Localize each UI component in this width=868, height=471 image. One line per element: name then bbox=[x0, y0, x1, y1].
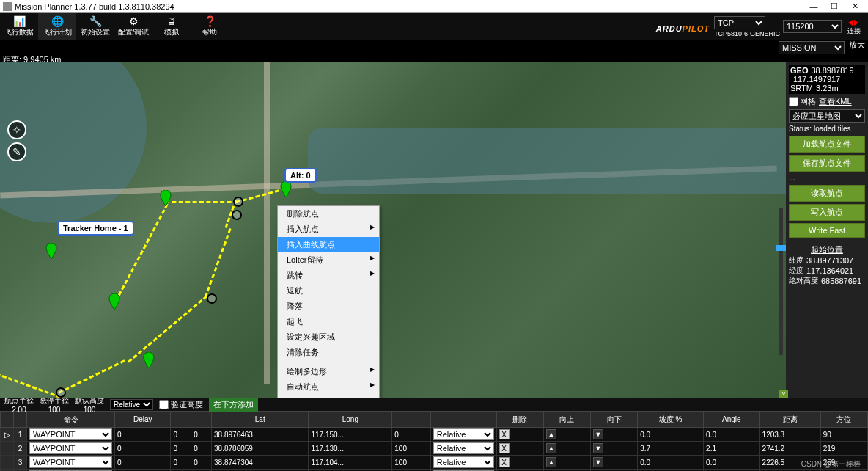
table-row[interactable]: 2WAYPOINT00038.8786059117.130...100Relat… bbox=[1, 442, 868, 456]
frame-cell-select[interactable]: Relative bbox=[433, 442, 494, 454]
monitor-icon: 🖥 bbox=[166, 15, 177, 27]
compass-icon[interactable]: ✧ bbox=[7, 120, 26, 139]
menu-polygon[interactable]: 绘制多边形 bbox=[278, 364, 379, 379]
delete-row-icon[interactable]: X bbox=[499, 443, 510, 453]
srtm-alt: 3.23m bbox=[816, 84, 839, 92]
cross-marker[interactable] bbox=[56, 387, 66, 398]
view-kml-link[interactable]: 查看KML bbox=[819, 96, 852, 107]
frame-cell-select[interactable]: Relative bbox=[433, 456, 494, 468]
read-wp-button[interactable]: 读取航点 bbox=[789, 185, 865, 202]
delete-row-icon[interactable]: X bbox=[499, 457, 510, 467]
map-provider-select[interactable]: 必应卫星地图 bbox=[789, 109, 865, 123]
help-button[interactable]: ❓帮助 bbox=[191, 13, 229, 40]
globe-icon: 🌐 bbox=[51, 15, 64, 27]
menu-loiter[interactable]: Loiter留待 bbox=[278, 252, 379, 268]
waypoint-marker[interactable] bbox=[280, 181, 292, 197]
menu-jump[interactable]: 跳转 bbox=[278, 268, 379, 283]
flight-data-button[interactable]: 📊飞行数据 bbox=[0, 13, 38, 40]
baud-select[interactable]: 115200 bbox=[783, 20, 842, 33]
write-fast-button[interactable]: Write Fast bbox=[789, 223, 865, 238]
move-down-icon[interactable]: ▼ bbox=[593, 429, 603, 439]
col-p2 bbox=[171, 412, 191, 428]
dots-label: ... bbox=[789, 174, 865, 183]
col-az: 方位 bbox=[820, 412, 867, 428]
verify-alt-checkbox[interactable]: 验证高度 bbox=[159, 399, 203, 410]
watermark: CSDN @第一棒棒 bbox=[801, 459, 861, 470]
load-wp-button[interactable]: 加载航点文件 bbox=[789, 136, 865, 153]
col-alt bbox=[392, 412, 430, 428]
protocol-select[interactable]: TCP bbox=[714, 16, 765, 29]
move-up-icon[interactable]: ▲ bbox=[546, 443, 556, 453]
cross-marker[interactable] bbox=[207, 293, 217, 304]
context-menu: 删除航点 插入航点 插入曲线航点 Loiter留待 跳转 返航 降落 起飞 设定… bbox=[277, 205, 380, 398]
col-lon: Long bbox=[309, 412, 392, 428]
zoom-label: 放大 bbox=[849, 41, 865, 48]
connection-panel: TCP TCP5810-6-GENERIC 115200 连接 bbox=[710, 16, 868, 37]
grid-checkbox[interactable]: 网格 bbox=[789, 96, 816, 107]
ruler-icon[interactable]: ✎ bbox=[7, 142, 26, 161]
write-wp-button[interactable]: 写入航点 bbox=[789, 204, 865, 221]
gear-icon: ⚙ bbox=[129, 15, 139, 27]
waypoint-marker[interactable] bbox=[160, 190, 172, 206]
cmd-select[interactable]: WAYPOINT bbox=[29, 442, 112, 454]
wp-radius-value[interactable]: 2.00 bbox=[12, 406, 26, 414]
flight-plan-button[interactable]: 🌐飞行计划 bbox=[38, 13, 76, 40]
lat-label: 纬度 bbox=[789, 255, 803, 266]
menu-delete-wp[interactable]: 删除航点 bbox=[278, 206, 379, 222]
start-lat: 38.89771307 bbox=[806, 256, 853, 265]
map-view[interactable]: Alt: 0 Tracker Home - 1 ✧ ✎ 删除航点 插入航点 插入… bbox=[0, 62, 786, 398]
simulation-button[interactable]: 🖥模拟 bbox=[152, 13, 191, 40]
config-button[interactable]: ⚙配置/调试 bbox=[114, 13, 152, 40]
table-row[interactable]: ▷1WAYPOINT00038.8976463117.150...0Relati… bbox=[1, 428, 868, 442]
frame-select[interactable]: Relative bbox=[110, 399, 153, 410]
waypoint-marker[interactable] bbox=[143, 352, 155, 368]
start-lon: 117.1364021 bbox=[806, 266, 853, 275]
window-title: Mission Planner 1.3.77 build 1.3.8110.38… bbox=[15, 2, 803, 11]
col-up: 向上 bbox=[543, 412, 590, 428]
cross-marker[interactable] bbox=[232, 210, 242, 220]
loiter-radius-value[interactable]: 100 bbox=[48, 406, 61, 414]
initial-setup-button[interactable]: 🔧初始设置 bbox=[76, 13, 114, 40]
waypoint-settings-bar: 航点半径2.00 悬停半径100 默认高度100 Relative 验证高度 在… bbox=[0, 398, 868, 411]
col-delay: Delay bbox=[115, 412, 171, 428]
minimize-button[interactable]: — bbox=[803, 1, 824, 12]
cmd-select[interactable]: WAYPOINT bbox=[29, 456, 112, 468]
menu-roi[interactable]: 设定兴趣区域 bbox=[278, 329, 379, 345]
menu-land[interactable]: 降落 bbox=[278, 299, 379, 314]
move-down-icon[interactable]: ▼ bbox=[593, 443, 603, 453]
default-alt-value[interactable]: 100 bbox=[84, 406, 96, 414]
col-lat: Lat bbox=[212, 412, 309, 428]
map-tool-buttons: ✧ ✎ bbox=[7, 120, 26, 161]
waypoint-marker[interactable] bbox=[45, 243, 57, 259]
waypoint-marker[interactable] bbox=[108, 293, 120, 310]
cmd-select[interactable]: WAYPOINT bbox=[29, 428, 112, 440]
mission-select[interactable]: MISSION bbox=[779, 41, 845, 54]
menu-rtl[interactable]: 返航 bbox=[278, 283, 379, 299]
slider-v-button[interactable]: v bbox=[779, 390, 788, 398]
col-del: 删除 bbox=[496, 412, 543, 428]
move-down-icon[interactable]: ▼ bbox=[593, 457, 603, 467]
menu-insert-curve[interactable]: 插入曲线航点 bbox=[278, 237, 379, 252]
help-icon: ❓ bbox=[204, 15, 216, 27]
cross-marker[interactable] bbox=[233, 197, 243, 207]
right-panel: v GEO38.8987819 117.1497917 SRTM3.23m 网格… bbox=[786, 62, 868, 398]
zoom-slider[interactable] bbox=[779, 208, 783, 355]
move-up-icon[interactable]: ▲ bbox=[546, 457, 556, 467]
move-up-icon[interactable]: ▲ bbox=[546, 429, 556, 439]
menu-maptool[interactable]: 地图工具 bbox=[278, 395, 379, 398]
delete-row-icon[interactable]: X bbox=[499, 429, 510, 439]
menu-clear[interactable]: 清除任务 bbox=[278, 345, 379, 360]
menu-takeoff[interactable]: 起飞 bbox=[278, 314, 379, 329]
close-button[interactable]: ✕ bbox=[845, 1, 865, 12]
abs-alt-label: 绝对高度 bbox=[789, 276, 818, 286]
table-row[interactable]: 3WAYPOINT00038.8747304117.104...100Relat… bbox=[1, 456, 868, 470]
add-below-button[interactable]: 在下方添加 bbox=[209, 398, 258, 412]
save-wp-button[interactable]: 保存航点文件 bbox=[789, 155, 865, 172]
maximize-button[interactable]: ☐ bbox=[824, 1, 845, 12]
frame-cell-select[interactable]: Relative bbox=[433, 428, 494, 440]
connect-button[interactable]: 连接 bbox=[845, 17, 864, 36]
titlebar: Mission Planner 1.3.77 build 1.3.8110.38… bbox=[0, 0, 868, 13]
menu-insert-wp[interactable]: 插入航点 bbox=[278, 222, 379, 237]
lon-label: 经度 bbox=[789, 266, 803, 276]
menu-auto-wp[interactable]: 自动航点 bbox=[278, 379, 379, 395]
